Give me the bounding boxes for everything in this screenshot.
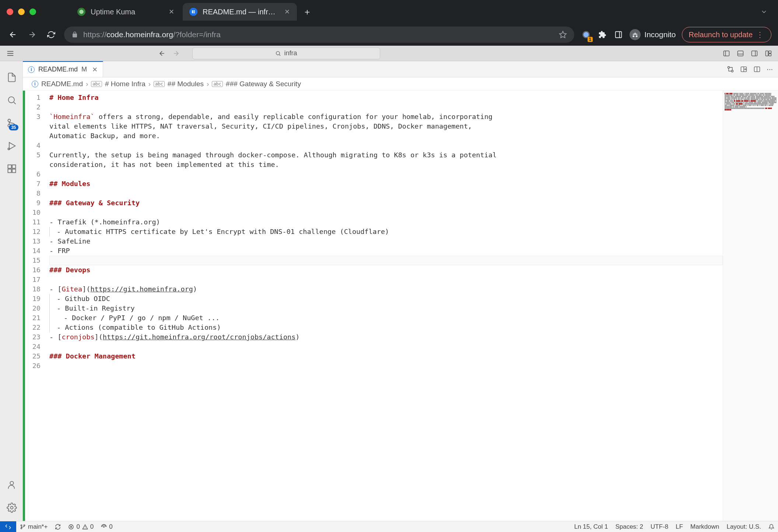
url-host: code.homeinfra.org xyxy=(106,30,173,39)
window-close-button[interactable] xyxy=(7,8,13,15)
more-actions-icon[interactable]: ··· xyxy=(767,65,773,73)
reload-button[interactable] xyxy=(45,28,57,41)
ports-status[interactable]: 0 xyxy=(97,523,116,531)
extension-icon[interactable]: 1 xyxy=(581,29,591,40)
lock-icon xyxy=(71,31,78,38)
chevron-right-icon: › xyxy=(148,80,151,88)
window-zoom-button[interactable] xyxy=(29,8,36,15)
split-editor-icon[interactable] xyxy=(753,66,761,73)
svg-point-45 xyxy=(24,525,25,526)
compare-changes-icon[interactable] xyxy=(727,66,734,73)
symbol-icon: abc xyxy=(91,81,102,87)
svg-rect-31 xyxy=(8,165,11,168)
symbol-icon: abc xyxy=(154,81,165,87)
svg-point-26 xyxy=(8,119,10,122)
branch-name: main*+ xyxy=(28,523,48,531)
code-content[interactable]: # Home Infra`Homeinfra` offers a strong,… xyxy=(44,91,723,521)
settings-gear-button[interactable] xyxy=(3,499,20,517)
git-branch-status[interactable]: main*+ xyxy=(16,523,51,531)
extension-badge: 1 xyxy=(588,37,593,42)
toggle-sidebar-right-icon[interactable] xyxy=(750,49,759,58)
menu-dots-icon: ⋮ xyxy=(756,30,764,39)
forward-button[interactable] xyxy=(26,28,38,41)
chevron-right-icon: › xyxy=(86,80,88,88)
relaunch-label: Relaunch to update xyxy=(689,31,753,39)
editor-tab[interactable]: i README.md M ✕ xyxy=(23,61,103,77)
svg-rect-19 xyxy=(752,51,757,56)
address-bar[interactable]: https://code.homeinfra.org/?folder=/infr… xyxy=(64,27,574,43)
search-button[interactable] xyxy=(3,91,20,109)
svg-rect-23 xyxy=(769,53,771,56)
toggle-sidebar-left-icon[interactable] xyxy=(722,49,731,58)
new-tab-button[interactable]: ＋ xyxy=(300,4,315,19)
sidepanel-icon[interactable] xyxy=(613,29,624,40)
tab-close-button[interactable]: ✕ xyxy=(284,8,290,15)
menu-button[interactable] xyxy=(5,48,15,59)
browser-tab[interactable]: Uptime Kuma ✕ xyxy=(71,3,181,21)
extensions-puzzle-icon[interactable] xyxy=(597,29,607,40)
modified-indicator: M xyxy=(81,66,87,73)
editor-tab-filename: README.md xyxy=(38,66,78,73)
customize-layout-icon[interactable] xyxy=(764,49,773,58)
notifications-bell[interactable] xyxy=(765,524,778,530)
status-bar: main*+ 0 0 0 Ln 15, Col 1 Spaces: 2 UTF-… xyxy=(0,521,778,532)
breadcrumb-item[interactable]: ### Gateway & Security xyxy=(226,80,301,88)
browser-toolbar: https://code.homeinfra.org/?folder=/infr… xyxy=(0,24,778,46)
svg-rect-34 xyxy=(12,169,15,172)
url-text: https://code.homeinfra.org/?folder=/infr… xyxy=(83,30,554,39)
cursor-position[interactable]: Ln 15, Col 1 xyxy=(571,523,612,531)
source-control-button[interactable]: 35 xyxy=(3,114,20,132)
activity-bar: 35 xyxy=(0,61,23,521)
nav-forward-button[interactable] xyxy=(171,48,181,59)
url-scheme: https:// xyxy=(83,30,106,39)
svg-line-14 xyxy=(280,55,281,56)
bookmark-star-icon[interactable] xyxy=(559,31,567,39)
problems-status[interactable]: 0 0 xyxy=(64,523,97,531)
breadcrumb-item[interactable]: ## Modules xyxy=(168,80,204,88)
editor-tab-close-button[interactable]: ✕ xyxy=(92,66,98,74)
chevron-right-icon: › xyxy=(207,80,209,88)
svg-point-37 xyxy=(728,66,730,68)
svg-rect-32 xyxy=(12,165,15,168)
incognito-icon xyxy=(630,29,641,40)
minimap[interactable]: █ ████ █████ ████████ ██████ █ ██████ ██… xyxy=(723,91,778,521)
incognito-label: Incognito xyxy=(644,30,676,39)
nav-back-button[interactable] xyxy=(157,48,167,59)
toggle-panel-icon[interactable] xyxy=(736,49,745,58)
language-mode[interactable]: Markdown xyxy=(687,523,723,531)
command-center-search[interactable]: infra xyxy=(192,48,380,59)
svg-point-46 xyxy=(21,528,22,529)
tab-overflow-button[interactable] xyxy=(757,6,771,18)
layout-controls xyxy=(722,49,773,58)
tab-close-button[interactable]: ✕ xyxy=(168,8,175,15)
keyboard-layout[interactable]: Layout: U.S. xyxy=(723,523,765,531)
breadcrumb-item[interactable]: # Home Infra xyxy=(105,80,146,88)
relaunch-button[interactable]: Relaunch to update ⋮ xyxy=(682,27,771,42)
readme-info-icon: i xyxy=(28,66,35,73)
readme-info-icon: i xyxy=(32,81,38,87)
accounts-button[interactable] xyxy=(3,476,20,494)
breadcrumb-file[interactable]: README.md xyxy=(41,80,83,88)
extensions-area: 1 Incognito Relaunch to update ⋮ xyxy=(581,27,771,42)
explorer-button[interactable] xyxy=(3,69,20,86)
browser-tab-active[interactable]: README.md — infra — OpenVS ✕ xyxy=(183,3,297,21)
ports-count: 0 xyxy=(109,523,112,531)
svg-rect-1 xyxy=(192,10,193,13)
back-button[interactable] xyxy=(7,28,19,41)
svg-line-25 xyxy=(14,102,15,104)
sync-button[interactable] xyxy=(51,524,64,530)
svg-point-35 xyxy=(10,482,13,485)
breadcrumb[interactable]: i README.md › abc # Home Infra › abc ## … xyxy=(23,77,778,91)
indentation-status[interactable]: Spaces: 2 xyxy=(611,523,647,531)
extensions-button[interactable] xyxy=(3,160,20,178)
remote-indicator[interactable] xyxy=(0,521,16,532)
code-editor[interactable]: 1234567891011121314151617181920212223242… xyxy=(23,91,778,521)
run-debug-button[interactable] xyxy=(3,137,20,155)
vscode-app: infra 35 xyxy=(0,46,778,532)
svg-point-24 xyxy=(8,97,14,103)
window-minimize-button[interactable] xyxy=(18,8,25,15)
encoding-status[interactable]: UTF-8 xyxy=(647,523,672,531)
eol-status[interactable]: LF xyxy=(672,523,687,531)
open-preview-side-icon[interactable] xyxy=(740,66,747,73)
svg-rect-2 xyxy=(193,10,195,11)
